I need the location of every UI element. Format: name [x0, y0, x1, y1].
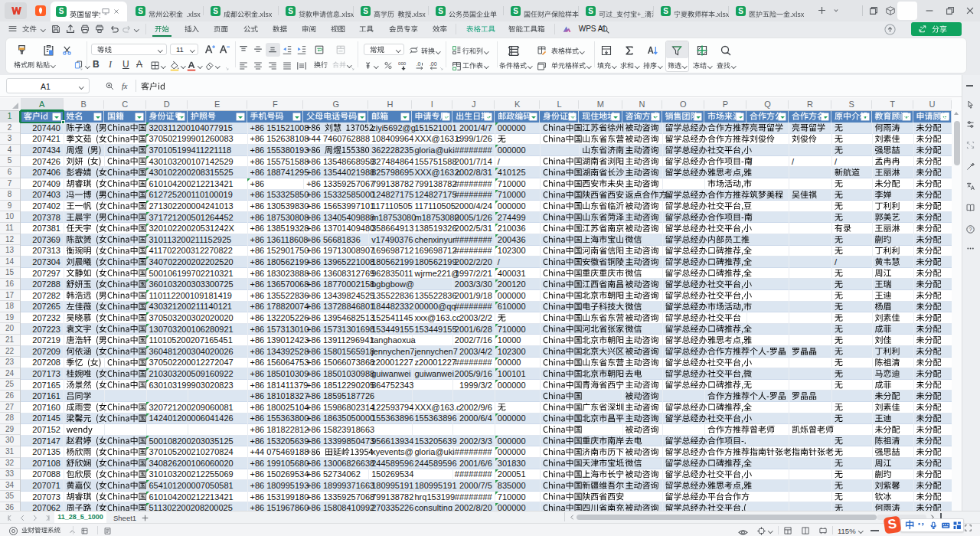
svg-text:864752343: 864752343 — [371, 381, 413, 390]
svg-text:tanghaoxua: tanghaoxua — [371, 335, 416, 345]
svg-text:guiwanwei: guiwanwei — [415, 369, 454, 378]
svg-text:411702200312270822: 411702200312270822 — [149, 246, 233, 255]
svg-text:207282: 207282 — [32, 291, 60, 300]
svg-text:+86 52734062: +86 52734062 — [306, 469, 361, 479]
svg-text:430103200107142529: 430103200107142529 — [149, 157, 234, 166]
svg-text:/: / — [498, 157, 501, 166]
svg-text:+86 13399850473: +86 13399850473 — [306, 436, 374, 446]
svg-text:108409964: 108409964 — [371, 134, 413, 143]
svg-text:+86 150269534: +86 150269534 — [250, 469, 309, 479]
svg-text:710000: 710000 — [498, 492, 526, 502]
svg-text:102300: 102300 — [498, 246, 526, 255]
svg-text:+86 19713008907: +86 19713008907 — [306, 246, 374, 255]
svg-text:500106199702210321: 500106199702210321 — [149, 269, 234, 278]
svg-text:207232: 207232 — [32, 313, 60, 322]
svg-text:+86 136570068: +86 136570068 — [250, 279, 309, 289]
svg-text:370105200210270824: 370105200210270824 — [149, 447, 234, 456]
svg-text:102300: 102300 — [498, 347, 526, 356]
svg-text:207378: 207378 — [32, 213, 60, 222]
svg-text:########: ######## — [455, 190, 493, 199]
svg-text:340826200106060020: 340826200106060020 — [149, 459, 234, 468]
svg-text:207135: 207135 — [32, 447, 60, 456]
svg-text:+86 181411379: +86 181411379 — [250, 381, 309, 390]
svg-text:2005/9/16: 2005/9/16 — [455, 369, 492, 378]
svg-text:m18753080: m18753080 — [371, 213, 416, 222]
svg-text:########: ######## — [455, 235, 493, 244]
svg-text:000000: 000000 — [498, 447, 526, 456]
svg-text:000000: 000000 — [498, 291, 526, 300]
svg-text:+86 13359257068: +86 13359257068 — [306, 492, 374, 502]
svg-text:2001/4/7: 2001/4/7 — [459, 123, 492, 132]
svg-text:124827175: 124827175 — [415, 190, 457, 199]
svg-text:371721200501264452: 371721200501264452 — [149, 213, 234, 222]
svg-text:+86 180995193: +86 180995193 — [250, 481, 309, 490]
svg-text:+86 155751588: +86 155751588 — [250, 157, 309, 166]
svg-text:000000: 000000 — [498, 413, 526, 423]
svg-text:610104200212213421: 610104200212213421 — [149, 492, 234, 502]
svg-text:207402: 207402 — [32, 201, 60, 211]
svg-text:200436: 200436 — [498, 235, 526, 244]
svg-text:+86 13405409888: +86 13405409888 — [306, 213, 374, 222]
svg-text:########: ######## — [455, 179, 493, 188]
svg-text:207208: 207208 — [32, 358, 60, 367]
svg-text:hrq153199: hrq153199 — [415, 492, 456, 502]
svg-text:jennychen7: jennychen7 — [414, 347, 458, 356]
svg-text:+86 13544021988: +86 13544021988 — [306, 168, 374, 177]
svg-text:+86 188741295: +86 188741295 — [250, 168, 309, 177]
svg-text:+86 15823918663: +86 15823918663 — [306, 425, 374, 434]
svg-text:200120: 200120 — [498, 279, 526, 289]
svg-text:jennychen7: jennychen7 — [371, 347, 414, 356]
svg-text:########: ######## — [455, 447, 493, 456]
svg-text:+86 13965221008: +86 13965221008 — [306, 257, 374, 266]
svg-text:########: ######## — [455, 145, 493, 155]
svg-text:207403: 207403 — [32, 190, 60, 199]
svg-text:799138782: 799138782 — [371, 492, 413, 502]
svg-text:+86 155363800: +86 155363800 — [250, 413, 309, 423]
svg-text:370503200302020020: 370503200302020020 — [149, 313, 234, 322]
svg-text:370502200012272047: 370502200012272047 — [149, 358, 234, 367]
svg-text:207145: 207145 — [32, 413, 60, 423]
svg-text:410125: 410125 — [498, 168, 526, 177]
svg-text:+86 13911296941: +86 13911296941 — [306, 335, 374, 345]
svg-text:+86 15986802314: +86 15986802314 — [306, 403, 374, 412]
svg-text:+86 181018327: +86 181018327 — [250, 391, 309, 400]
svg-text:+86 13548668958: +86 13548668958 — [306, 157, 374, 166]
svg-text:+86 15066073868: +86 15066073868 — [306, 358, 374, 367]
svg-text:2001/7/14: 2001/7/14 — [455, 157, 492, 166]
svg-text:+86 134392528: +86 134392528 — [250, 347, 309, 356]
svg-text:+86 18999371663: +86 18999371663 — [306, 481, 374, 490]
svg-text:152541145: 152541145 — [371, 313, 413, 322]
svg-text:612725200110100019: 612725200110100019 — [149, 190, 233, 199]
svg-text:207369: 207369 — [32, 235, 60, 244]
svg-text:207421: 207421 — [32, 134, 60, 143]
svg-text:654101200007050581: 654101200007050581 — [149, 481, 234, 490]
svg-text:500108200203035125: 500108200203035125 — [149, 436, 234, 446]
svg-text:+86 132205226: +86 132205226 — [250, 313, 309, 322]
svg-text:+86 130539830: +86 130539830 — [250, 201, 309, 211]
svg-text:180995191: 180995191 — [371, 481, 413, 490]
svg-text:117110505: 117110505 — [371, 201, 412, 211]
svg-text:274499: 274499 — [498, 213, 526, 222]
svg-text:155751588: 155751588 — [415, 157, 457, 166]
svg-text:962835011: 962835011 — [371, 269, 413, 278]
svg-text:799138782: 799138782 — [415, 179, 457, 188]
svg-text:135522836: 135522836 — [415, 291, 457, 300]
svg-text:320311200104077915: 320311200104077915 — [149, 123, 233, 132]
svg-text:956613934: 956613934 — [371, 436, 413, 446]
svg-text:########: ######## — [455, 492, 493, 502]
svg-text:150269534: 150269534 — [371, 469, 413, 479]
svg-text:430102200208315525: 430102200208315525 — [149, 168, 234, 177]
svg-text:+86 155380193: +86 155380193 — [250, 145, 309, 155]
svg-text:+86 13701409480: +86 13701409480 — [306, 224, 374, 233]
svg-text:+86 139012423: +86 139012423 — [250, 335, 309, 345]
svg-text:+44 7460762888: +44 7460762888 — [306, 134, 370, 143]
svg-text:630103199903020823: 630103199903020823 — [149, 381, 234, 390]
svg-text:m18753080: m18753080 — [415, 213, 459, 222]
svg-text:+86 13728846801: +86 13728846801 — [306, 302, 374, 311]
svg-text:xxx@163.cc: xxx@163.cc — [415, 313, 462, 322]
svg-text:835000: 835000 — [498, 481, 526, 490]
svg-text:2001/9/18: 2001/9/18 — [455, 291, 492, 300]
svg-text:2002/7/16: 2002/7/16 — [455, 335, 492, 345]
svg-text:+86 178820074: +86 178820074 — [250, 302, 309, 311]
svg-text:z20001227: z20001227 — [371, 358, 413, 367]
